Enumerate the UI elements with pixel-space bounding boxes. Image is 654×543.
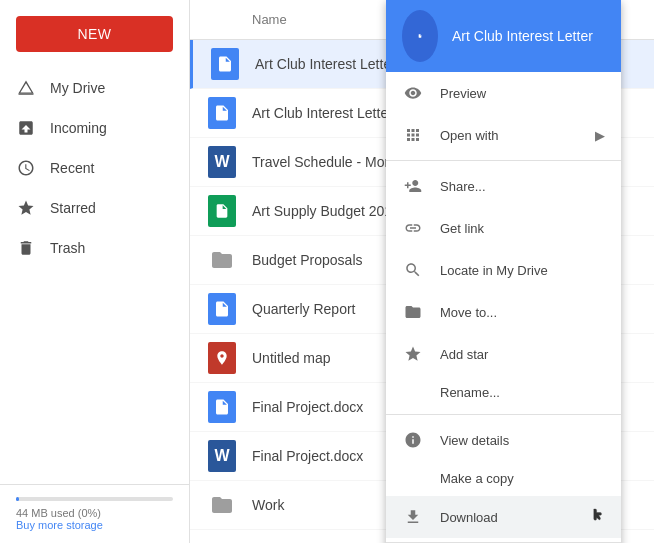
eye-icon <box>402 82 424 104</box>
menu-item-download[interactable]: Download <box>386 496 621 538</box>
sidebar-item-my-drive[interactable]: My Drive <box>0 68 181 108</box>
folder-icon-budget <box>206 244 238 276</box>
person-add-icon <box>402 175 424 197</box>
menu-label-preview: Preview <box>440 86 605 101</box>
storage-bar-fill <box>16 497 19 501</box>
sidebar-label-my-drive: My Drive <box>50 80 105 96</box>
storage-bar-bg <box>16 497 173 501</box>
word-icon-final-project: W <box>206 440 238 472</box>
menu-label-make-copy: Make a copy <box>440 471 514 486</box>
menu-item-open-with[interactable]: Open with ▶ <box>386 114 621 156</box>
menu-label-add-star: Add star <box>440 347 605 362</box>
new-button[interactable]: NEW <box>16 16 173 52</box>
doc-icon-1 <box>206 97 238 129</box>
context-menu: Art Club Interest Letter Preview Open wi… <box>386 0 621 543</box>
buy-storage-link[interactable]: Buy more storage <box>16 519 173 531</box>
menu-label-download: Download <box>440 510 585 525</box>
search-icon <box>402 259 424 281</box>
doc-icon-final-project <box>206 391 238 423</box>
sidebar-label-incoming: Incoming <box>50 120 107 136</box>
star-menu-icon <box>402 343 424 365</box>
link-icon <box>402 217 424 239</box>
drive-icon <box>16 78 36 98</box>
menu-item-make-copy[interactable]: Make a copy <box>386 461 621 496</box>
cursor-indicator <box>591 507 605 528</box>
menu-item-add-star[interactable]: Add star <box>386 333 621 375</box>
menu-divider-1 <box>386 160 621 161</box>
info-icon <box>402 429 424 451</box>
menu-label-move-to: Move to... <box>440 305 605 320</box>
star-icon <box>16 198 36 218</box>
sidebar-label-recent: Recent <box>50 160 94 176</box>
trash-icon <box>16 238 36 258</box>
context-menu-header: Art Club Interest Letter <box>386 0 621 72</box>
menu-item-locate[interactable]: Locate in My Drive <box>386 249 621 291</box>
sidebar-label-starred: Starred <box>50 200 96 216</box>
download-icon <box>402 506 424 528</box>
menu-item-share[interactable]: Share... <box>386 165 621 207</box>
maps-icon-untitled <box>206 342 238 374</box>
folder-move-icon <box>402 301 424 323</box>
menu-item-move-to[interactable]: Move to... <box>386 291 621 333</box>
sidebar-item-incoming[interactable]: Incoming <box>0 108 181 148</box>
sidebar-label-trash: Trash <box>50 240 85 256</box>
context-header-filename: Art Club Interest Letter <box>452 28 593 44</box>
menu-label-share: Share... <box>440 179 605 194</box>
sidebar-item-starred[interactable]: Starred <box>0 188 181 228</box>
menu-label-rename: Rename... <box>440 385 500 400</box>
grid-icon <box>402 124 424 146</box>
main-content: Name Owner Art Club Interest Letter Art … <box>190 0 654 543</box>
word-icon-travel: W <box>206 146 238 178</box>
menu-label-locate: Locate in My Drive <box>440 263 605 278</box>
sheets-icon-art-supply <box>206 195 238 227</box>
menu-label-open-with: Open with <box>440 128 595 143</box>
menu-item-view-details[interactable]: View details <box>386 419 621 461</box>
context-header-icon <box>402 10 438 62</box>
folder-icon-work <box>206 489 238 521</box>
clock-icon <box>16 158 36 178</box>
incoming-icon <box>16 118 36 138</box>
open-with-arrow: ▶ <box>595 128 605 143</box>
menu-item-preview[interactable]: Preview <box>386 72 621 114</box>
storage-area: 44 MB used (0%) Buy more storage <box>0 484 189 543</box>
menu-divider-2 <box>386 414 621 415</box>
menu-label-view-details: View details <box>440 433 605 448</box>
sidebar-item-recent[interactable]: Recent <box>0 148 181 188</box>
sidebar-item-trash[interactable]: Trash <box>0 228 181 268</box>
menu-item-get-link[interactable]: Get link <box>386 207 621 249</box>
doc-file-icon <box>209 48 241 80</box>
menu-label-get-link: Get link <box>440 221 605 236</box>
sidebar: NEW My Drive Incoming Recent Starred Tra… <box>0 0 190 543</box>
doc-icon-quarterly <box>206 293 238 325</box>
menu-item-rename[interactable]: Rename... <box>386 375 621 410</box>
storage-text: 44 MB used (0%) <box>16 507 173 519</box>
